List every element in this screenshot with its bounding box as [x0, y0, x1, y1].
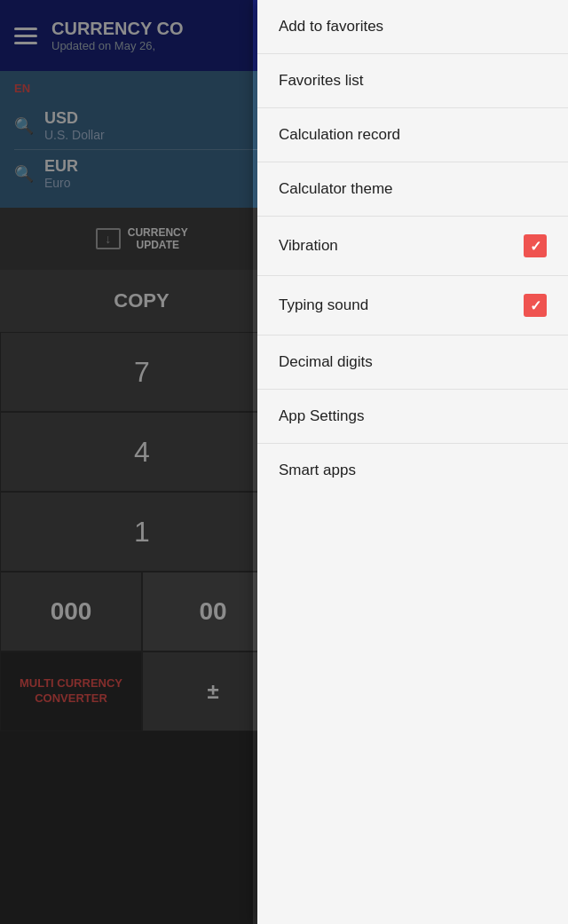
checkbox-typing-sound[interactable]: ✓: [524, 294, 547, 317]
dropdown-label-calculation-record: Calculation record: [279, 126, 400, 144]
dropdown-item-favorites-list[interactable]: Favorites list: [257, 54, 568, 108]
dropdown-label-vibration: Vibration: [279, 237, 338, 255]
app-container: CURRENCY CO Updated on May 26, EN 🔍 USD …: [0, 0, 568, 924]
dropdown-menu: Add to favoritesFavorites listCalculatio…: [257, 0, 568, 924]
dropdown-label-favorites-list: Favorites list: [279, 72, 363, 90]
dropdown-item-decimal-digits[interactable]: Decimal digits: [257, 336, 568, 390]
dropdown-label-smart-apps: Smart apps: [279, 462, 356, 479]
checkbox-vibration[interactable]: ✓: [524, 234, 547, 257]
dropdown-label-decimal-digits: Decimal digits: [279, 353, 373, 371]
dropdown-item-typing-sound[interactable]: Typing sound✓: [257, 276, 568, 336]
dropdown-label-calculator-theme: Calculator theme: [279, 180, 393, 198]
dim-overlay[interactable]: [0, 0, 253, 924]
dropdown-item-calculator-theme[interactable]: Calculator theme: [257, 162, 568, 217]
dropdown-label-typing-sound: Typing sound: [279, 296, 368, 314]
dropdown-item-app-settings[interactable]: App Settings: [257, 390, 568, 444]
dropdown-label-app-settings: App Settings: [279, 407, 364, 425]
dropdown-item-add-to-favorites[interactable]: Add to favorites: [257, 0, 568, 54]
dropdown-label-add-to-favorites: Add to favorites: [279, 18, 383, 36]
dropdown-item-smart-apps[interactable]: Smart apps: [257, 444, 568, 497]
dropdown-item-calculation-record[interactable]: Calculation record: [257, 108, 568, 162]
dropdown-item-vibration[interactable]: Vibration✓: [257, 217, 568, 276]
